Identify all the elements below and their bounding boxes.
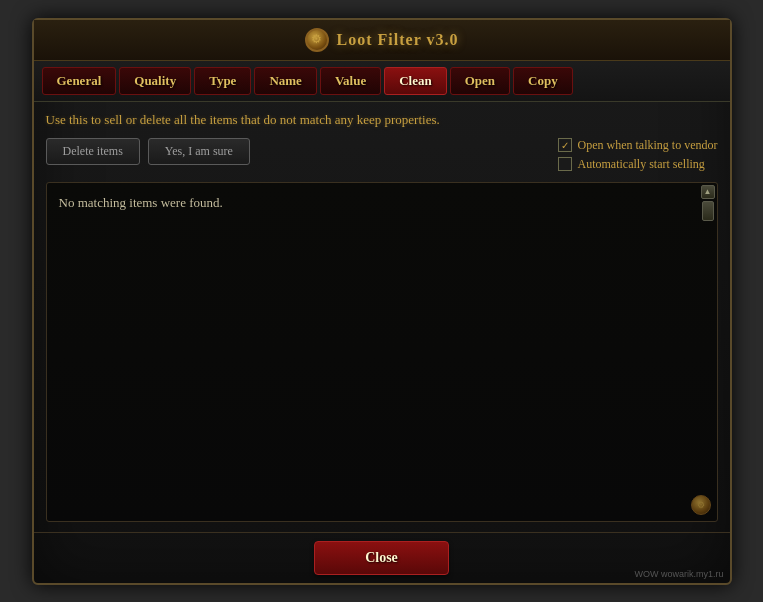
main-window: ⚙ Loot Filter v3.0 General Quality Type … — [32, 18, 732, 585]
tab-bar: General Quality Type Name Value Clean Op… — [34, 61, 730, 102]
vendor-checkbox[interactable] — [558, 138, 572, 152]
tab-general[interactable]: General — [42, 67, 117, 95]
tab-clean[interactable]: Clean — [384, 67, 447, 95]
content-area: Use this to sell or delete all the items… — [34, 102, 730, 532]
description-text: Use this to sell or delete all the items… — [46, 112, 718, 128]
title-bar: ⚙ Loot Filter v3.0 — [34, 20, 730, 61]
delete-items-button[interactable]: Delete items — [46, 138, 140, 165]
tab-open[interactable]: Open — [450, 67, 510, 95]
autosell-checkbox-label: Automatically start selling — [578, 157, 705, 172]
watermark: WOW wowarik.my1.ru — [634, 569, 723, 579]
tab-type[interactable]: Type — [194, 67, 251, 95]
autosell-checkbox-item[interactable]: Automatically start selling — [558, 157, 718, 172]
controls-row: Delete items Yes, I am sure Open when ta… — [46, 138, 718, 172]
tab-value[interactable]: Value — [320, 67, 381, 95]
bottom-icon: ⚙ — [691, 495, 711, 515]
vendor-checkbox-item[interactable]: Open when talking to vendor — [558, 138, 718, 153]
tab-name[interactable]: Name — [254, 67, 317, 95]
tab-quality[interactable]: Quality — [119, 67, 191, 95]
footer-bar: Close — [34, 532, 730, 583]
title-icon: ⚙ — [305, 28, 329, 52]
close-button[interactable]: Close — [314, 541, 449, 575]
window-title: Loot Filter v3.0 — [337, 31, 459, 49]
scroll-thumb[interactable] — [702, 201, 714, 221]
tab-copy[interactable]: Copy — [513, 67, 573, 95]
items-list: No matching items were found. ▲ ⚙ — [46, 182, 718, 522]
empty-message: No matching items were found. — [55, 191, 227, 215]
scrollbar[interactable]: ▲ — [701, 185, 715, 519]
autosell-checkbox[interactable] — [558, 157, 572, 171]
checkboxes: Open when talking to vendor Automaticall… — [558, 138, 718, 172]
action-buttons: Delete items Yes, I am sure — [46, 138, 250, 165]
scroll-up-button[interactable]: ▲ — [701, 185, 715, 199]
confirm-button[interactable]: Yes, I am sure — [148, 138, 250, 165]
vendor-checkbox-label: Open when talking to vendor — [578, 138, 718, 153]
